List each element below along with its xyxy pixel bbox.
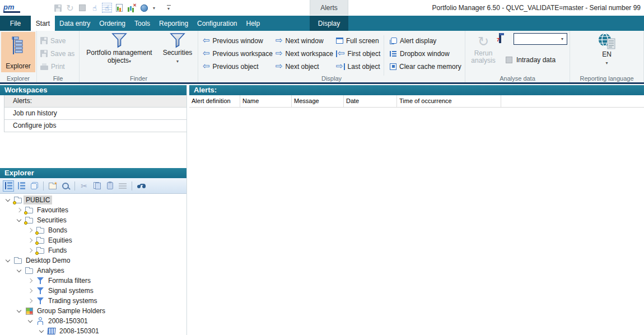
paste-button[interactable] xyxy=(104,180,115,192)
tree-item[interactable]: Bonds xyxy=(0,225,186,235)
tree-item-label[interactable]: Trading systems xyxy=(46,296,100,305)
save-button[interactable]: Save xyxy=(40,35,66,46)
intraday-data-checkbox-row[interactable]: Intraday data xyxy=(506,54,556,66)
stop-icon[interactable] xyxy=(77,3,87,13)
hand-grid-icon[interactable]: ☝ xyxy=(102,3,112,13)
explorer-button[interactable]: Explorer xyxy=(1,32,35,72)
chevron-right-icon[interactable] xyxy=(26,279,35,282)
tree-item[interactable]: 2008-150301 xyxy=(0,326,186,335)
chevron-right-icon[interactable] xyxy=(15,208,24,212)
full-screen-button[interactable]: Full screen xyxy=(336,35,379,46)
workspace-item-configure-jobs[interactable]: Configure jobs xyxy=(4,120,186,132)
chevron-right-icon[interactable] xyxy=(26,229,35,232)
tree-item[interactable]: Formula filters xyxy=(0,276,186,286)
tree-item-label[interactable]: Signal systems xyxy=(46,286,96,295)
next-object-button[interactable]: Next object xyxy=(276,61,319,72)
dropbox-window-button[interactable]: Dropbox window xyxy=(390,48,450,59)
tab-start[interactable]: Start xyxy=(31,16,55,31)
report-icon[interactable] xyxy=(114,3,124,13)
tab-tools[interactable]: Tools xyxy=(130,16,155,31)
tree-item-label[interactable]: 2008-150301 xyxy=(57,327,101,335)
tree-item[interactable]: Favourites xyxy=(0,205,186,215)
tree-item-label[interactable]: Favourites xyxy=(35,206,71,215)
customize-toolbar-icon[interactable]: ▾ xyxy=(164,3,174,13)
search-button[interactable] xyxy=(60,180,71,192)
tab-configuration[interactable]: Configuration xyxy=(193,16,241,31)
save-icon[interactable] xyxy=(53,3,63,13)
tree-item-label[interactable]: PUBLIC xyxy=(24,196,52,204)
alert-display-button[interactable]: Alert display xyxy=(390,35,436,46)
chevron-down-icon[interactable] xyxy=(37,330,46,332)
next-window-button[interactable]: Next window xyxy=(276,35,324,46)
dropdown-caret-icon[interactable]: ▾ xyxy=(151,3,157,13)
redo-icon[interactable]: ↻ xyxy=(65,3,75,13)
copy-button[interactable] xyxy=(91,180,102,192)
column-header-message[interactable]: Message xyxy=(292,95,344,107)
tab-help[interactable]: Help xyxy=(241,16,264,31)
tree-item-label[interactable]: Funds xyxy=(46,246,69,255)
tree-item-label[interactable]: Desktop Demo xyxy=(24,256,72,265)
analysis-date-combobox[interactable]: ▾ xyxy=(514,33,567,45)
column-header-date[interactable]: Date xyxy=(344,95,397,107)
options-button[interactable] xyxy=(117,180,128,192)
chevron-down-icon[interactable] xyxy=(15,219,24,221)
column-header-alert-definition[interactable]: Alert definition xyxy=(189,95,240,107)
tree-item-label[interactable]: Analyses xyxy=(35,266,67,275)
tree-view-button[interactable] xyxy=(3,180,14,192)
tree-item[interactable]: PUBLIC xyxy=(0,195,186,205)
last-object-button[interactable]: Last object xyxy=(336,61,380,72)
workspace-item-alerts[interactable]: Alerts: xyxy=(4,95,186,108)
list-view-button[interactable] xyxy=(16,180,27,192)
tab-ordering[interactable]: Ordering xyxy=(95,16,130,31)
chevron-down-icon[interactable] xyxy=(15,269,24,272)
tree-item[interactable]: 2008-150301 xyxy=(0,316,186,326)
previous-workspace-button[interactable]: Previous workspace xyxy=(203,48,273,59)
securities-button[interactable]: Securities xyxy=(159,32,196,72)
chart-icon[interactable] xyxy=(127,3,137,13)
tree-item-label[interactable]: Bonds xyxy=(46,226,69,235)
tree-item[interactable]: Group Sample Holders xyxy=(0,306,186,316)
column-header-time-of-occurrence[interactable]: Time of occurrence xyxy=(397,95,501,107)
save-as-button[interactable]: Save as xyxy=(40,48,74,59)
tree-item-label[interactable]: Equities xyxy=(46,236,74,245)
globe-icon[interactable] xyxy=(139,3,149,13)
tab-display[interactable]: Display xyxy=(310,16,348,31)
tree-item[interactable]: Desktop Demo xyxy=(0,255,186,266)
chevron-right-icon[interactable] xyxy=(26,239,35,242)
chevron-down-icon[interactable] xyxy=(26,320,35,322)
chevron-right-icon[interactable] xyxy=(26,299,35,303)
tree-item[interactable]: Securities xyxy=(0,215,186,225)
new-folder-button[interactable] xyxy=(47,180,58,192)
tab-data-entry[interactable]: Data entry xyxy=(55,16,95,31)
reporting-language-button[interactable]: EN xyxy=(570,32,643,66)
tree-item[interactable]: Analyses xyxy=(0,266,186,276)
tab-reporting[interactable]: Reporting xyxy=(155,16,193,31)
hand-pointer-icon[interactable]: ☝ xyxy=(90,3,100,13)
next-workspace-button[interactable]: Next workspace xyxy=(276,48,333,59)
tree-item-label[interactable]: Formula filters xyxy=(46,276,93,285)
first-object-button[interactable]: First object xyxy=(336,48,380,59)
chevron-right-icon[interactable] xyxy=(26,289,35,292)
column-header-name[interactable]: Name xyxy=(240,95,292,107)
previous-object-button[interactable]: Previous object xyxy=(203,61,259,72)
chevron-right-icon[interactable] xyxy=(26,249,35,252)
windows-view-button[interactable] xyxy=(29,180,40,192)
rerun-analysis-button[interactable]: ↻ Rerun analysis xyxy=(469,33,498,72)
combobox-dropdown-icon[interactable]: ▾ xyxy=(558,34,567,44)
tree-item-label[interactable]: Securities xyxy=(35,216,69,225)
checkbox-icon[interactable] xyxy=(506,57,512,63)
tree-item-label[interactable]: Group Sample Holders xyxy=(35,306,108,315)
cut-button[interactable]: ✂ xyxy=(78,180,90,192)
print-button[interactable]: Print xyxy=(40,61,65,72)
tree-item-label[interactable]: 2008-150301 xyxy=(46,317,90,325)
portfolio-management-objects-button[interactable]: Portfolio management objects xyxy=(82,32,157,72)
previous-window-button[interactable]: Previous window xyxy=(203,35,263,46)
workspace-item-job-run-history[interactable]: Job run history xyxy=(4,108,186,120)
chevron-down-icon[interactable] xyxy=(15,310,24,312)
find-button[interactable] xyxy=(136,180,147,192)
tree-item[interactable]: Signal systems xyxy=(0,286,186,296)
chevron-down-icon[interactable] xyxy=(3,259,12,262)
chevron-down-icon[interactable] xyxy=(3,199,12,201)
clear-cache-button[interactable]: Clear cache memory xyxy=(390,61,461,72)
tab-file[interactable]: File xyxy=(0,16,31,31)
